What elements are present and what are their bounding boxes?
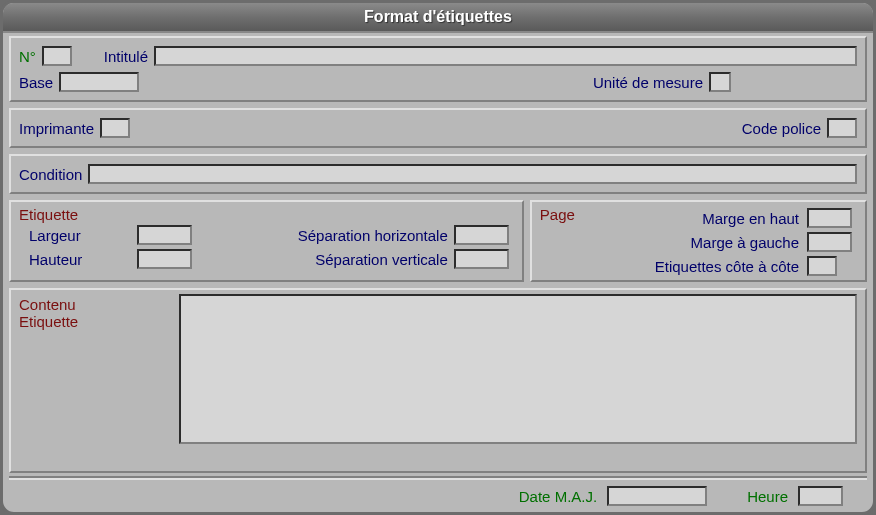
marge-haut-label: Marge en haut: [595, 210, 799, 227]
condition-label: Condition: [19, 166, 82, 183]
code-police-input[interactable]: [827, 118, 857, 138]
intitule-input[interactable]: [154, 46, 857, 66]
imprimante-input[interactable]: [100, 118, 130, 138]
largeur-input[interactable]: [137, 225, 192, 245]
sep-v-label: Séparation verticale: [249, 251, 448, 268]
etiquette-panel: Etiquette Largeur Séparation horizontale…: [9, 200, 524, 282]
cote-input[interactable]: [807, 256, 837, 276]
cote-label: Etiquettes côte à côte: [595, 258, 799, 275]
marge-gauche-label: Marge à gauche: [595, 234, 799, 251]
base-label: Base: [19, 74, 53, 91]
unite-label: Unité de mesure: [593, 74, 703, 91]
marge-haut-input[interactable]: [807, 208, 852, 228]
divider: [9, 476, 867, 480]
header-panel: N° Intitulé Base Unité de mesure: [9, 36, 867, 102]
numero-label: N°: [19, 48, 36, 65]
content-area: N° Intitulé Base Unité de mesure Imprima…: [3, 33, 873, 512]
contenu-textarea[interactable]: [179, 294, 857, 444]
sep-v-input[interactable]: [454, 249, 509, 269]
page-panel: Page Marge en haut Marge à gauche Etique…: [530, 200, 867, 282]
largeur-label: Largeur: [29, 227, 131, 244]
imprimante-label: Imprimante: [19, 120, 94, 137]
etiquette-page-row: Etiquette Largeur Séparation horizontale…: [9, 197, 867, 285]
code-police-label: Code police: [742, 120, 821, 137]
contenu-label-2: Etiquette: [19, 313, 169, 330]
heure-label: Heure: [747, 488, 788, 505]
marge-gauche-input[interactable]: [807, 232, 852, 252]
printer-panel: Imprimante Code police: [9, 108, 867, 148]
base-input[interactable]: [59, 72, 139, 92]
unite-input[interactable]: [709, 72, 731, 92]
footer-row: Date M.A.J. Heure: [3, 482, 873, 510]
heure-value: [798, 486, 843, 506]
window-title: Format d'étiquettes: [3, 3, 873, 33]
date-value: [607, 486, 707, 506]
condition-panel: Condition: [9, 154, 867, 194]
condition-input[interactable]: [88, 164, 857, 184]
contenu-label-1: Contenu: [19, 296, 169, 313]
sep-h-input[interactable]: [454, 225, 509, 245]
numero-input[interactable]: [42, 46, 72, 66]
etiquette-section-label: Etiquette: [19, 206, 78, 223]
hauteur-input[interactable]: [137, 249, 192, 269]
page-section-label: Page: [540, 206, 575, 276]
window: Format d'étiquettes N° Intitulé Base Uni…: [0, 0, 876, 515]
sep-h-label: Séparation horizontale: [249, 227, 448, 244]
contenu-panel: Contenu Etiquette: [9, 288, 867, 473]
intitule-label: Intitulé: [104, 48, 148, 65]
hauteur-label: Hauteur: [29, 251, 131, 268]
date-label: Date M.A.J.: [519, 488, 597, 505]
